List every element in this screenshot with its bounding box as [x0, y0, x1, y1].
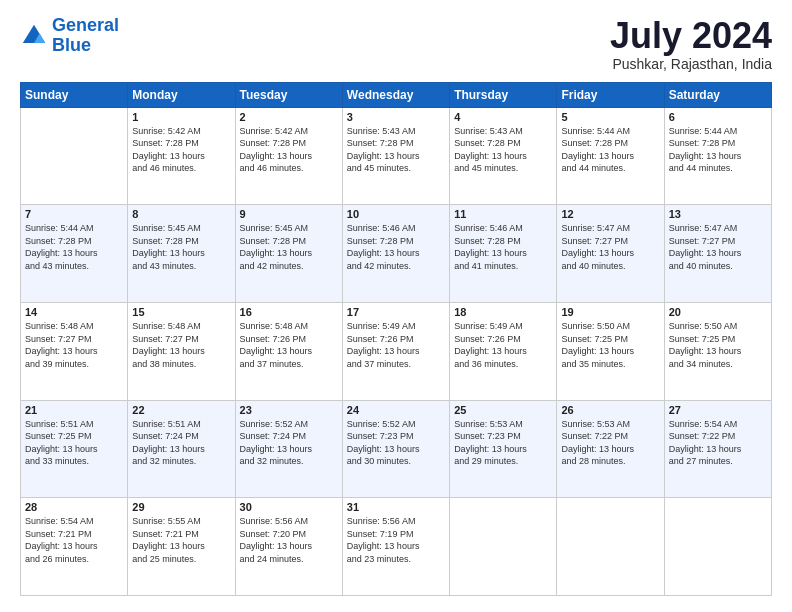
table-row: 5Sunrise: 5:44 AM Sunset: 7:28 PM Daylig…	[557, 107, 664, 205]
day-number: 26	[561, 404, 659, 416]
day-number: 8	[132, 208, 230, 220]
logo-text: General Blue	[52, 16, 119, 56]
day-info: Sunrise: 5:48 AM Sunset: 7:27 PM Dayligh…	[132, 320, 230, 370]
day-number: 24	[347, 404, 445, 416]
day-info: Sunrise: 5:43 AM Sunset: 7:28 PM Dayligh…	[347, 125, 445, 175]
table-row: 12Sunrise: 5:47 AM Sunset: 7:27 PM Dayli…	[557, 205, 664, 303]
table-row: 1Sunrise: 5:42 AM Sunset: 7:28 PM Daylig…	[128, 107, 235, 205]
day-info: Sunrise: 5:50 AM Sunset: 7:25 PM Dayligh…	[669, 320, 767, 370]
day-number: 28	[25, 501, 123, 513]
calendar-week-row: 7Sunrise: 5:44 AM Sunset: 7:28 PM Daylig…	[21, 205, 772, 303]
calendar-header-row: Sunday Monday Tuesday Wednesday Thursday…	[21, 82, 772, 107]
day-info: Sunrise: 5:54 AM Sunset: 7:22 PM Dayligh…	[669, 418, 767, 468]
col-wednesday: Wednesday	[342, 82, 449, 107]
day-number: 23	[240, 404, 338, 416]
day-number: 19	[561, 306, 659, 318]
day-number: 31	[347, 501, 445, 513]
table-row: 19Sunrise: 5:50 AM Sunset: 7:25 PM Dayli…	[557, 302, 664, 400]
main-title: July 2024	[610, 16, 772, 56]
day-info: Sunrise: 5:47 AM Sunset: 7:27 PM Dayligh…	[561, 222, 659, 272]
table-row: 24Sunrise: 5:52 AM Sunset: 7:23 PM Dayli…	[342, 400, 449, 498]
table-row: 26Sunrise: 5:53 AM Sunset: 7:22 PM Dayli…	[557, 400, 664, 498]
table-row: 31Sunrise: 5:56 AM Sunset: 7:19 PM Dayli…	[342, 498, 449, 596]
day-info: Sunrise: 5:56 AM Sunset: 7:19 PM Dayligh…	[347, 515, 445, 565]
page: General Blue July 2024 Pushkar, Rajastha…	[0, 0, 792, 612]
day-info: Sunrise: 5:49 AM Sunset: 7:26 PM Dayligh…	[454, 320, 552, 370]
table-row	[21, 107, 128, 205]
table-row: 16Sunrise: 5:48 AM Sunset: 7:26 PM Dayli…	[235, 302, 342, 400]
table-row: 9Sunrise: 5:45 AM Sunset: 7:28 PM Daylig…	[235, 205, 342, 303]
table-row: 27Sunrise: 5:54 AM Sunset: 7:22 PM Dayli…	[664, 400, 771, 498]
col-monday: Monday	[128, 82, 235, 107]
table-row: 13Sunrise: 5:47 AM Sunset: 7:27 PM Dayli…	[664, 205, 771, 303]
day-info: Sunrise: 5:53 AM Sunset: 7:23 PM Dayligh…	[454, 418, 552, 468]
table-row: 29Sunrise: 5:55 AM Sunset: 7:21 PM Dayli…	[128, 498, 235, 596]
day-info: Sunrise: 5:54 AM Sunset: 7:21 PM Dayligh…	[25, 515, 123, 565]
day-number: 1	[132, 111, 230, 123]
table-row: 7Sunrise: 5:44 AM Sunset: 7:28 PM Daylig…	[21, 205, 128, 303]
day-number: 13	[669, 208, 767, 220]
day-number: 25	[454, 404, 552, 416]
table-row: 14Sunrise: 5:48 AM Sunset: 7:27 PM Dayli…	[21, 302, 128, 400]
table-row: 20Sunrise: 5:50 AM Sunset: 7:25 PM Dayli…	[664, 302, 771, 400]
day-info: Sunrise: 5:44 AM Sunset: 7:28 PM Dayligh…	[669, 125, 767, 175]
day-number: 17	[347, 306, 445, 318]
day-number: 27	[669, 404, 767, 416]
day-info: Sunrise: 5:48 AM Sunset: 7:26 PM Dayligh…	[240, 320, 338, 370]
table-row	[450, 498, 557, 596]
table-row: 21Sunrise: 5:51 AM Sunset: 7:25 PM Dayli…	[21, 400, 128, 498]
day-number: 29	[132, 501, 230, 513]
table-row: 11Sunrise: 5:46 AM Sunset: 7:28 PM Dayli…	[450, 205, 557, 303]
table-row: 25Sunrise: 5:53 AM Sunset: 7:23 PM Dayli…	[450, 400, 557, 498]
table-row	[664, 498, 771, 596]
day-info: Sunrise: 5:46 AM Sunset: 7:28 PM Dayligh…	[347, 222, 445, 272]
day-number: 6	[669, 111, 767, 123]
calendar-week-row: 28Sunrise: 5:54 AM Sunset: 7:21 PM Dayli…	[21, 498, 772, 596]
table-row: 18Sunrise: 5:49 AM Sunset: 7:26 PM Dayli…	[450, 302, 557, 400]
table-row: 22Sunrise: 5:51 AM Sunset: 7:24 PM Dayli…	[128, 400, 235, 498]
day-number: 4	[454, 111, 552, 123]
table-row: 2Sunrise: 5:42 AM Sunset: 7:28 PM Daylig…	[235, 107, 342, 205]
day-number: 21	[25, 404, 123, 416]
col-thursday: Thursday	[450, 82, 557, 107]
day-number: 30	[240, 501, 338, 513]
table-row: 23Sunrise: 5:52 AM Sunset: 7:24 PM Dayli…	[235, 400, 342, 498]
day-number: 5	[561, 111, 659, 123]
day-info: Sunrise: 5:51 AM Sunset: 7:25 PM Dayligh…	[25, 418, 123, 468]
day-info: Sunrise: 5:50 AM Sunset: 7:25 PM Dayligh…	[561, 320, 659, 370]
day-info: Sunrise: 5:55 AM Sunset: 7:21 PM Dayligh…	[132, 515, 230, 565]
day-number: 2	[240, 111, 338, 123]
table-row: 28Sunrise: 5:54 AM Sunset: 7:21 PM Dayli…	[21, 498, 128, 596]
title-block: July 2024 Pushkar, Rajasthan, India	[610, 16, 772, 72]
day-number: 11	[454, 208, 552, 220]
day-info: Sunrise: 5:46 AM Sunset: 7:28 PM Dayligh…	[454, 222, 552, 272]
table-row: 15Sunrise: 5:48 AM Sunset: 7:27 PM Dayli…	[128, 302, 235, 400]
day-info: Sunrise: 5:53 AM Sunset: 7:22 PM Dayligh…	[561, 418, 659, 468]
logo-icon	[20, 22, 48, 50]
calendar-table: Sunday Monday Tuesday Wednesday Thursday…	[20, 82, 772, 596]
day-number: 7	[25, 208, 123, 220]
day-info: Sunrise: 5:44 AM Sunset: 7:28 PM Dayligh…	[25, 222, 123, 272]
day-info: Sunrise: 5:45 AM Sunset: 7:28 PM Dayligh…	[132, 222, 230, 272]
day-info: Sunrise: 5:42 AM Sunset: 7:28 PM Dayligh…	[240, 125, 338, 175]
day-number: 10	[347, 208, 445, 220]
day-number: 9	[240, 208, 338, 220]
day-info: Sunrise: 5:51 AM Sunset: 7:24 PM Dayligh…	[132, 418, 230, 468]
day-info: Sunrise: 5:42 AM Sunset: 7:28 PM Dayligh…	[132, 125, 230, 175]
day-info: Sunrise: 5:49 AM Sunset: 7:26 PM Dayligh…	[347, 320, 445, 370]
table-row: 6Sunrise: 5:44 AM Sunset: 7:28 PM Daylig…	[664, 107, 771, 205]
day-number: 16	[240, 306, 338, 318]
table-row	[557, 498, 664, 596]
day-info: Sunrise: 5:52 AM Sunset: 7:24 PM Dayligh…	[240, 418, 338, 468]
day-info: Sunrise: 5:47 AM Sunset: 7:27 PM Dayligh…	[669, 222, 767, 272]
calendar-week-row: 1Sunrise: 5:42 AM Sunset: 7:28 PM Daylig…	[21, 107, 772, 205]
day-number: 14	[25, 306, 123, 318]
col-friday: Friday	[557, 82, 664, 107]
day-number: 18	[454, 306, 552, 318]
day-number: 20	[669, 306, 767, 318]
day-info: Sunrise: 5:52 AM Sunset: 7:23 PM Dayligh…	[347, 418, 445, 468]
col-tuesday: Tuesday	[235, 82, 342, 107]
logo-line1: General	[52, 15, 119, 35]
day-info: Sunrise: 5:48 AM Sunset: 7:27 PM Dayligh…	[25, 320, 123, 370]
table-row: 8Sunrise: 5:45 AM Sunset: 7:28 PM Daylig…	[128, 205, 235, 303]
